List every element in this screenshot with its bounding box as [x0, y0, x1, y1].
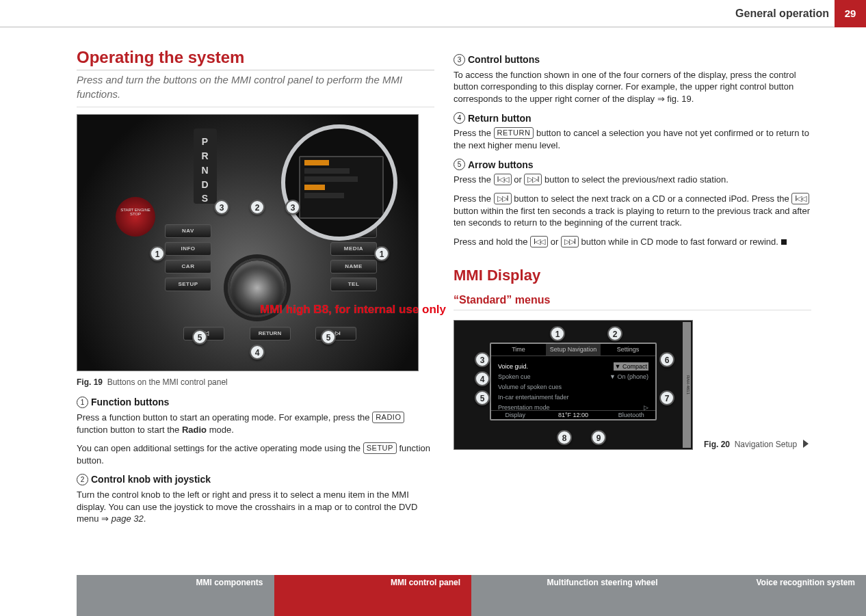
sub-function-buttons: 1 Function buttons — [77, 396, 434, 409]
screen-foot-display: Display — [491, 411, 540, 419]
sub-arrow-buttons: 5 Arrow buttons — [454, 159, 811, 172]
keycap-radio: RADIO — [372, 412, 404, 423]
footer-tab-control-panel[interactable]: MMI control panel — [274, 575, 472, 590]
circled-5-icon: 5 — [454, 159, 465, 170]
callout-3r: 3 — [285, 200, 300, 215]
callout-1r: 1 — [374, 246, 389, 261]
para-function-1: Press a function button to start an oper… — [77, 412, 434, 436]
btn-nav: NAV — [165, 224, 211, 238]
f20-c1: 1 — [550, 326, 565, 341]
main-content: Operating the system Press and turn the … — [0, 27, 866, 532]
right-column: 3 Control buttons To access the function… — [454, 46, 811, 532]
para-arrow-2: Press the ▷▷I button to select the next … — [454, 193, 811, 229]
para-arrow-3: Press and hold the I◁◁ or ▷▷I button whi… — [454, 236, 811, 248]
section-intro: Press and turn the buttons on the MMI co… — [77, 73, 434, 107]
footer-tab-components[interactable]: MMI components — [77, 575, 274, 590]
header-title: General operation — [735, 0, 829, 27]
footer-tail — [0, 590, 866, 616]
keycap-prev2: I◁◁ — [791, 193, 809, 204]
callout-2: 2 — [250, 200, 265, 215]
engine-start-button: START ENGINE STOP — [116, 197, 155, 237]
keycap-next: ▷▷I — [524, 174, 542, 185]
screen-foot-bluetooth: Bluetooth — [607, 411, 655, 419]
circled-4-icon: 4 — [454, 112, 465, 124]
btn-media: MEDIA — [330, 242, 377, 256]
keycap-next2: ▷▷I — [494, 193, 512, 204]
f20-c7: 7 — [659, 390, 674, 405]
footer-tab-voice[interactable]: Voice recognition system — [669, 575, 867, 590]
keycap-return: RETURN — [494, 127, 534, 139]
keycap-prev3: I◁◁ — [530, 236, 548, 247]
image-code: RAH-4611 — [683, 322, 691, 448]
figure-19-mmi-panel: P R N D S START ENGINE STOP NAV INFO CAR… — [77, 114, 419, 371]
figure-20-nav-setup: Time Setup Navigation Settings Voice gui… — [454, 320, 693, 450]
figure-19-caption: Fig. 19 Buttons on the MMI control panel — [77, 377, 434, 388]
callout-4: 4 — [250, 345, 265, 360]
btn-car: CAR — [165, 260, 211, 273]
f20-c3: 3 — [475, 352, 490, 367]
btn-name: NAME — [330, 260, 377, 273]
btn-setup: SETUP — [165, 278, 211, 291]
page-number: 29 — [835, 0, 866, 27]
btn-return: RETURN — [250, 327, 291, 340]
continue-icon — [803, 440, 809, 448]
screen-foot-clock: 81°F 12:00 — [540, 411, 607, 419]
keycap-prev: I◁◁ — [494, 174, 512, 185]
f20-c4: 4 — [475, 371, 490, 386]
page-header: General operation29 — [0, 0, 866, 27]
f20-c5: 5 — [475, 390, 490, 405]
sub-return-button: 4 Return button — [454, 112, 811, 125]
btn-info: INFO — [165, 242, 211, 256]
keycap-next3: ▷▷I — [561, 236, 579, 247]
subsection-standard-menus: “Standard” menus — [454, 293, 811, 311]
callout-5l: 5 — [192, 330, 207, 345]
para-function-2: You can open additional settings for the… — [77, 442, 434, 466]
footer-tab-steering-wheel[interactable]: Multifunction steering wheel — [471, 575, 669, 590]
f20-c8: 8 — [557, 430, 572, 445]
para-knob: Turn the control knob to the left or rig… — [77, 489, 434, 525]
callout-1l: 1 — [150, 246, 165, 261]
detail-zoom-circle — [281, 124, 397, 241]
footer-tabs: MMI components MMI control panel Multifu… — [0, 575, 866, 590]
end-mark-icon — [781, 239, 787, 245]
left-column: Operating the system Press and turn the … — [77, 46, 434, 532]
f20-c9: 9 — [591, 430, 606, 445]
btn-tel: TEL — [330, 278, 377, 291]
f20-c6: 6 — [659, 352, 674, 367]
screen-body: Voice guid.▼ Compact Spoken cue▼ On (pho… — [491, 356, 655, 418]
circled-2-icon: 2 — [77, 474, 88, 485]
callout-3l: 3 — [214, 200, 229, 215]
f20-c2: 2 — [607, 326, 622, 341]
gear-selector: P R N D S — [194, 129, 217, 204]
callout-5r: 5 — [321, 330, 336, 345]
sub-control-knob: 2 Control knob with joystick — [77, 473, 434, 486]
figure-20-caption: Fig. 20 Navigation Setup — [704, 439, 811, 450]
circled-1-icon: 1 — [77, 397, 88, 408]
screen-tab-setup-nav: Setup Navigation — [546, 344, 601, 355]
section-heading-operating: Operating the system — [77, 46, 434, 70]
circled-3-icon: 3 — [454, 54, 465, 66]
screen-tab-settings: Settings — [601, 344, 655, 355]
para-return: Press the RETURN button to cancel a sele… — [454, 127, 811, 151]
para-arrow-1: Press the I◁◁ or ▷▷I button to select th… — [454, 174, 811, 186]
keycap-setup: SETUP — [363, 442, 397, 454]
left-function-buttons: NAV INFO CAR SETUP — [165, 224, 211, 291]
sub-control-buttons: 3 Control buttons — [454, 53, 811, 66]
section-heading-mmi-display: MMI Display — [454, 265, 811, 286]
para-control-buttons: To access the function shown in one of t… — [454, 69, 811, 105]
screen-tab-time: Time — [491, 344, 546, 355]
control-knob — [228, 258, 287, 317]
